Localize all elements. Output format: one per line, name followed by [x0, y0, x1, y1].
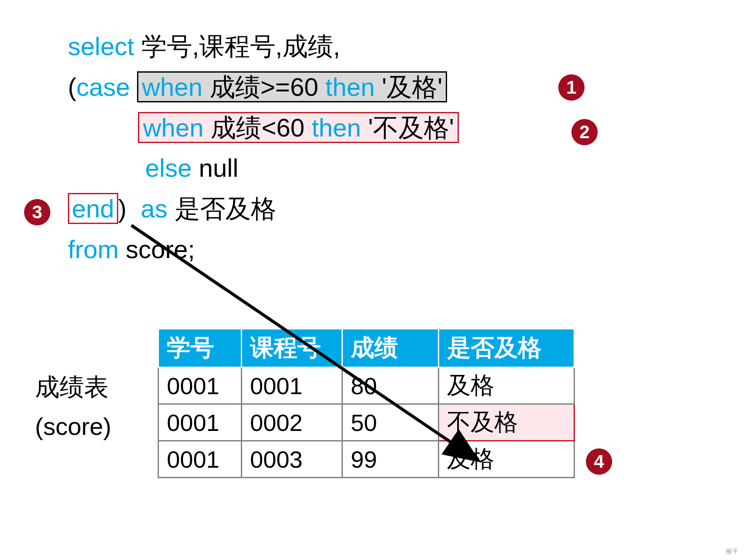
- th-pass: 是否及格: [439, 329, 574, 368]
- val-2: '不及格': [361, 113, 454, 142]
- kw-then-2: then: [312, 113, 361, 142]
- footer-watermark: 猴子: [726, 548, 738, 556]
- alias: 是否及格: [168, 194, 276, 223]
- kw-as: as: [141, 194, 167, 223]
- paren-close: ): [118, 194, 127, 223]
- badge-1: 1: [558, 74, 585, 101]
- th-course-id: 课程号: [242, 329, 342, 368]
- sql-columns: 学号,课程号,成绩,: [134, 32, 340, 60]
- cell-score: 50: [342, 404, 439, 441]
- kw-when-1: when: [142, 73, 203, 101]
- table-row: 0001 0003 99 及格: [159, 441, 574, 478]
- paren-open: (: [68, 73, 76, 101]
- sql-code-block: select 学号,课程号,成绩, (case when 成绩>=60 then…: [68, 26, 459, 270]
- cell-student-id: 0001: [159, 404, 242, 441]
- table-label-line1: 成绩表: [35, 373, 109, 401]
- th-student-id: 学号: [159, 329, 242, 368]
- th-score: 成绩: [342, 329, 439, 368]
- cond-1: 成绩>=60: [203, 73, 325, 101]
- cell-course-id: 0001: [242, 368, 342, 404]
- badge-2: 2: [571, 119, 598, 145]
- table-row: 0001 0002 50 不及格: [159, 404, 574, 441]
- badge-3: 3: [24, 199, 50, 225]
- kw-from: from: [68, 235, 119, 263]
- sql-line-3: (.when 成绩<60 then '不及格': [123, 108, 459, 148]
- cell-student-id: 0001: [159, 441, 242, 478]
- sql-line-1: select 学号,课程号,成绩,: [68, 26, 459, 67]
- else-val: null: [192, 154, 238, 182]
- end-box: end: [68, 193, 118, 224]
- cell-score: 80: [342, 368, 439, 404]
- sql-line-5: end) as 是否及格: [68, 189, 459, 229]
- table-header-row: 学号 课程号 成绩 是否及格: [159, 329, 574, 368]
- cell-student-id: 0001: [159, 368, 242, 404]
- sql-line-2: (case when 成绩>=60 then '及格': [68, 67, 459, 108]
- table-label: 成绩表 (score): [35, 368, 111, 446]
- table-label-line2: (score): [35, 413, 111, 440]
- when-clause-2: when 成绩<60 then '不及格': [138, 112, 458, 143]
- val-1: '及格': [375, 73, 442, 101]
- kw-else: else: [145, 154, 192, 182]
- cell-pass-highlighted: 不及格: [439, 404, 574, 441]
- kw-select: select: [68, 32, 134, 60]
- sql-line-6: from score;: [68, 229, 459, 270]
- cell-course-id: 0003: [242, 441, 342, 478]
- cell-score: 99: [342, 441, 439, 478]
- badge-4: 4: [586, 448, 612, 475]
- kw-case: case: [76, 73, 137, 101]
- cell-pass: 及格: [439, 368, 574, 404]
- score-table: 学号 课程号 成绩 是否及格 0001 0001 80 及格 0001 0002…: [158, 328, 575, 478]
- table-row: 0001 0001 80 及格: [159, 368, 574, 404]
- when-clause-1: when 成绩>=60 then '及格': [137, 71, 447, 102]
- kw-then-1: then: [325, 73, 375, 101]
- table-name: score;: [119, 235, 195, 263]
- kw-end: end: [72, 194, 114, 223]
- kw-when-2: when: [143, 113, 204, 142]
- cell-course-id: 0002: [242, 404, 342, 441]
- sql-line-4: (. else null: [123, 148, 459, 189]
- cond-2: 成绩<60: [204, 113, 312, 142]
- cell-pass: 及格: [439, 441, 574, 478]
